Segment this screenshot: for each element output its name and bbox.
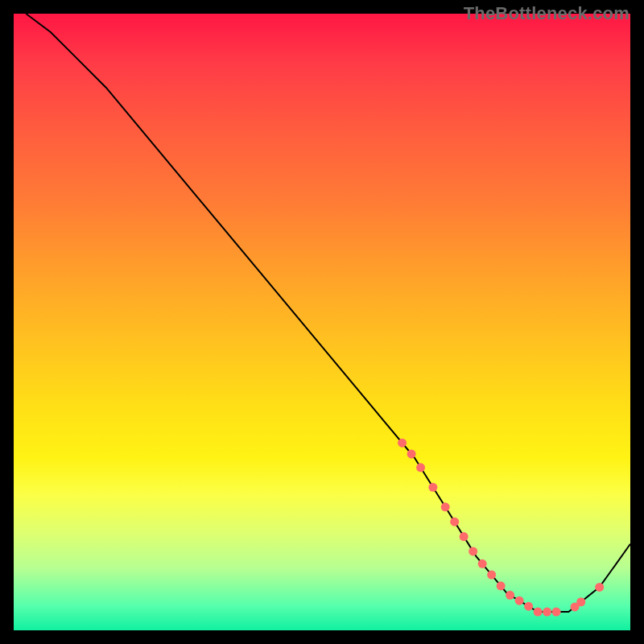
data-point-marker bbox=[398, 439, 407, 448]
data-point-marker bbox=[478, 559, 487, 568]
data-point-marker bbox=[497, 581, 506, 590]
data-point-marker bbox=[506, 591, 514, 600]
chart-svg bbox=[14, 14, 630, 630]
data-point-marker bbox=[576, 597, 585, 606]
data-point-marker bbox=[524, 602, 533, 611]
data-point-marker bbox=[441, 502, 450, 511]
data-point-marker bbox=[487, 571, 496, 580]
chart-frame: TheBottleneck.com bbox=[0, 0, 644, 644]
data-point-marker bbox=[407, 449, 416, 458]
data-point-marker bbox=[450, 518, 459, 526]
data-point-marker bbox=[428, 483, 437, 492]
data-point-marker bbox=[460, 532, 469, 541]
data-point-marker bbox=[595, 583, 604, 592]
data-point-marker bbox=[543, 608, 551, 617]
bottleneck-curve bbox=[26, 14, 630, 612]
data-point-marker bbox=[469, 547, 477, 555]
marker-group bbox=[398, 439, 604, 617]
data-point-marker bbox=[552, 608, 561, 617]
data-point-marker bbox=[534, 608, 543, 617]
data-point-marker bbox=[515, 597, 524, 605]
data-point-marker bbox=[416, 463, 425, 472]
